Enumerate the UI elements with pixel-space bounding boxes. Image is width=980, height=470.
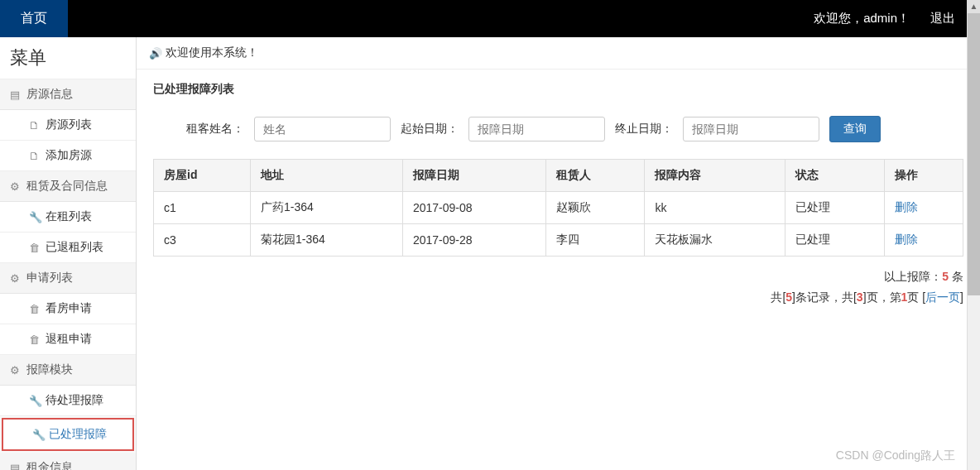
- sidebar: 菜单 ▤房源信息🗋房源列表🗋添加房源⚙租赁及合同信息🔧在租列表🗑已退租列表⚙申请…: [0, 37, 137, 470]
- summary-count: 5: [942, 270, 949, 283]
- trash-icon: 🗑: [29, 333, 41, 346]
- sidebar-item-label: 退租申请: [46, 332, 92, 347]
- table-row: c3菊花园1-3642017-09-28李四天花板漏水已处理删除: [154, 224, 963, 257]
- sidebar-group-4[interactable]: ▤租金信息: [0, 453, 136, 470]
- topbar: 首页 欢迎您，admin！ 退出: [0, 0, 980, 37]
- cell-tenant: 赵颖欣: [545, 192, 645, 224]
- sidebar-group-label: 申请列表: [26, 271, 73, 285]
- cell-id: c1: [154, 192, 251, 224]
- cog-icon: ⚙: [10, 180, 22, 193]
- sidebar-item-label: 已退租列表: [46, 240, 103, 255]
- volume-icon: 🔊: [149, 47, 161, 60]
- summary-pre: 以上报障：: [884, 270, 942, 283]
- main-content: 🔊 欢迎使用本系统！ 已处理报障列表 租客姓名： 起始日期： 终止日期： 查询 …: [137, 37, 980, 470]
- notice-bar: 🔊 欢迎使用本系统！: [137, 37, 980, 70]
- table-header: 地址: [251, 160, 403, 192]
- end-date-label: 终止日期：: [615, 122, 673, 137]
- sidebar-group-2[interactable]: ⚙申请列表: [0, 263, 136, 294]
- sidebar-group-1[interactable]: ⚙租赁及合同信息: [0, 171, 136, 202]
- start-date-input[interactable]: [468, 117, 605, 141]
- sidebar-item-2-0[interactable]: 🗑看房申请: [0, 294, 136, 324]
- building-icon: ▤: [10, 462, 22, 471]
- data-table: 房屋id地址报障日期租赁人报障内容状态操作 c1广药1-3642017-09-0…: [153, 159, 963, 257]
- next-page-link[interactable]: 后一页: [925, 290, 960, 304]
- home-link[interactable]: 首页: [0, 0, 68, 37]
- notice-text: 欢迎使用本系统！: [166, 46, 258, 60]
- cell-content: 天花板漏水: [645, 224, 785, 257]
- cell-date: 2017-09-28: [402, 224, 545, 257]
- sidebar-item-label: 看房申请: [46, 301, 92, 316]
- table-header: 报障内容: [645, 160, 785, 192]
- cell-op: 删除: [885, 192, 963, 224]
- cell-tenant: 李四: [545, 224, 645, 257]
- scrollbar[interactable]: ▲: [967, 0, 980, 470]
- table-header: 报障日期: [402, 160, 545, 192]
- table-header: 状态: [785, 160, 885, 192]
- delete-link[interactable]: 删除: [895, 233, 918, 246]
- section-title: 已处理报障列表: [153, 82, 963, 97]
- sidebar-item-label: 待处理报障: [46, 393, 103, 408]
- sidebar-item-3-0[interactable]: 🔧待处理报障: [0, 386, 136, 416]
- table-row: c1广药1-3642017-09-08赵颖欣kk已处理删除: [154, 192, 963, 224]
- sidebar-item-label: 已处理报障: [49, 427, 107, 442]
- sidebar-item-label: 添加房源: [46, 148, 92, 163]
- summary: 以上报障：5 条 共[5]条记录，共[3]页，第1页 [后一页]: [153, 266, 963, 308]
- sidebar-group-label: 报障模块: [26, 362, 73, 377]
- sidebar-group-label: 租赁及合同信息: [26, 179, 108, 194]
- start-date-label: 起始日期：: [401, 122, 459, 137]
- sidebar-group-label: 租金信息: [26, 460, 73, 470]
- sidebar-group-label: 房源信息: [26, 87, 73, 102]
- wrench-icon: 🔧: [29, 211, 41, 223]
- logout-link[interactable]: 退出: [930, 11, 955, 26]
- scroll-thumb[interactable]: [968, 13, 980, 295]
- sidebar-item-2-1[interactable]: 🗑退租申请: [0, 324, 136, 355]
- sidebar-item-0-0[interactable]: 🗋房源列表: [0, 110, 136, 141]
- wrench-icon: 🔧: [32, 429, 44, 441]
- building-icon: ▤: [10, 89, 22, 101]
- file-icon: 🗋: [29, 119, 41, 132]
- sidebar-title: 菜单: [0, 37, 136, 79]
- name-label: 租客姓名：: [186, 122, 244, 137]
- welcome-text: 欢迎您，admin！: [814, 11, 910, 26]
- sidebar-group-3[interactable]: ⚙报障模块: [0, 355, 136, 386]
- file-icon: 🗋: [29, 150, 41, 162]
- sidebar-item-0-1[interactable]: 🗋添加房源: [0, 141, 136, 171]
- table-header: 房屋id: [154, 160, 251, 192]
- sidebar-item-1-1[interactable]: 🗑已退租列表: [0, 233, 136, 263]
- table-header: 租赁人: [545, 160, 645, 192]
- sidebar-item-label: 房源列表: [46, 118, 92, 132]
- cell-content: kk: [645, 192, 785, 224]
- wrench-icon: 🔧: [29, 395, 41, 407]
- cell-date: 2017-09-08: [402, 192, 545, 224]
- cog-icon: ⚙: [10, 364, 22, 376]
- summary-suf: 条: [949, 270, 963, 283]
- sidebar-item-label: 在租列表: [46, 209, 92, 224]
- sidebar-group-0[interactable]: ▤房源信息: [0, 79, 136, 110]
- cell-addr: 广药1-364: [251, 192, 403, 224]
- cell-id: c3: [154, 224, 251, 257]
- delete-link[interactable]: 删除: [895, 200, 918, 213]
- trash-icon: 🗑: [29, 303, 41, 315]
- cell-op: 删除: [885, 224, 963, 257]
- search-button[interactable]: 查询: [829, 116, 881, 142]
- cell-status: 已处理: [785, 224, 885, 257]
- table-header: 操作: [885, 160, 963, 192]
- sidebar-item-1-0[interactable]: 🔧在租列表: [0, 202, 136, 233]
- search-row: 租客姓名： 起始日期： 终止日期： 查询: [153, 109, 963, 159]
- scroll-up-icon[interactable]: ▲: [968, 0, 980, 13]
- tenant-name-input[interactable]: [254, 117, 391, 141]
- trash-icon: 🗑: [29, 242, 41, 254]
- cog-icon: ⚙: [10, 272, 22, 285]
- sidebar-item-3-1[interactable]: 🔧已处理报障: [2, 418, 134, 451]
- cell-addr: 菊花园1-364: [251, 224, 403, 257]
- cell-status: 已处理: [785, 192, 885, 224]
- end-date-input[interactable]: [683, 117, 819, 141]
